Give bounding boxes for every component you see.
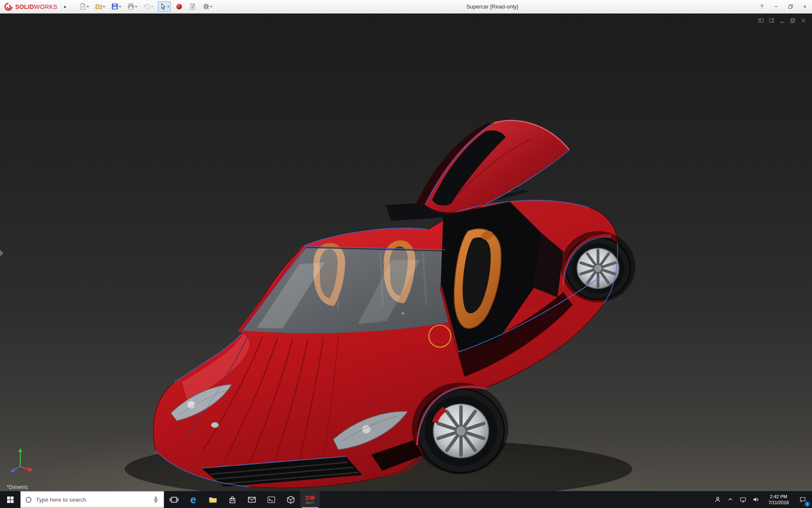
taskbar-app-mail[interactable]	[242, 491, 261, 508]
task-view-icon	[170, 495, 178, 504]
dropdown-caret[interactable]: ▾	[103, 5, 105, 8]
help-button[interactable]: ?	[754, 0, 769, 13]
brand-solid: SOLID	[15, 3, 34, 10]
y-axis-arrow	[18, 448, 22, 452]
start-button[interactable]	[0, 491, 20, 508]
close-button[interactable]: ×	[798, 0, 812, 13]
taskbar-app-store[interactable]	[222, 491, 242, 508]
cortana-icon	[25, 496, 32, 503]
taskbar-app-file-explorer[interactable]	[203, 491, 222, 508]
hidden-icons-button[interactable]	[724, 491, 737, 508]
car-body[interactable]	[153, 200, 617, 488]
open-button[interactable]: ▾	[93, 1, 107, 12]
volume-button[interactable]	[749, 491, 762, 508]
speaker-icon	[752, 496, 759, 503]
save-icon	[111, 3, 118, 10]
dropdown-caret[interactable]: ▾	[211, 5, 212, 8]
edge-icon: e	[190, 494, 196, 505]
rebuild-icon	[176, 3, 183, 10]
dropdown-caret[interactable]: ▾	[135, 5, 137, 8]
pane-left-button[interactable]	[758, 18, 764, 23]
action-center-button[interactable]: 3	[795, 491, 810, 508]
select-cursor-icon	[159, 3, 167, 10]
screen: SOLIDWORKS ▸ ▾ ▾	[0, 0, 812, 508]
rebuild-button[interactable]	[174, 1, 184, 12]
front-wheel[interactable]	[418, 389, 504, 473]
z-axis-arrow	[10, 468, 15, 472]
close-document-icon	[801, 18, 806, 23]
system-tray: 2:42 PM 7/11/2018 3	[711, 491, 812, 508]
notification-badge: 3	[804, 501, 810, 507]
solidworks-logo: SOLIDWORKS	[4, 3, 58, 11]
reference-triad	[6, 444, 36, 477]
network-icon	[740, 496, 746, 503]
store-icon	[228, 495, 237, 504]
restore-document-button[interactable]	[790, 18, 796, 23]
supercar-model[interactable]	[0, 14, 812, 491]
pane-right-icon	[769, 18, 774, 23]
select-button[interactable]: ▾	[158, 1, 171, 12]
taskbar-search[interactable]	[20, 491, 164, 508]
file-properties-button[interactable]	[187, 1, 198, 12]
dropdown-caret[interactable]: ▾	[87, 5, 89, 8]
print-icon	[127, 3, 134, 10]
dropdown-caret[interactable]: ▾	[119, 5, 121, 8]
ds-logo-icon	[4, 3, 13, 11]
taskbar-app-edge[interactable]: e	[184, 491, 203, 508]
brand-works: WORKS	[34, 3, 58, 10]
microphone-icon[interactable]	[152, 496, 159, 503]
document-title: Supercar [Read-only]	[466, 0, 518, 13]
windows-logo-icon	[7, 496, 14, 503]
restore-icon	[788, 4, 793, 9]
minimize-button[interactable]: −	[769, 0, 783, 13]
x-axis-arrow	[28, 467, 33, 471]
restore-document-icon	[790, 18, 796, 23]
taskbar: e	[0, 491, 812, 508]
options-button[interactable]: ▾	[201, 1, 214, 12]
window-controls: ? − ×	[754, 0, 812, 13]
minimize-document-button[interactable]	[779, 18, 785, 23]
close-document-button[interactable]	[801, 18, 806, 23]
document-window-controls	[758, 18, 806, 23]
new-document-icon	[79, 3, 86, 10]
clock-time: 2:42 PM	[770, 494, 787, 500]
dropdown-caret[interactable]: ▾	[167, 5, 169, 8]
restore-button[interactable]	[783, 0, 798, 13]
view-orientation-label: *Dimetric	[7, 484, 28, 490]
rear-wheel[interactable]	[566, 237, 630, 299]
gear-icon	[203, 3, 210, 10]
open-folder-icon	[95, 3, 102, 10]
people-button[interactable]	[711, 491, 724, 508]
pane-right-button[interactable]	[769, 18, 774, 23]
titlebar: SOLIDWORKS ▸ ▾ ▾	[0, 0, 812, 14]
undo-icon	[143, 3, 151, 10]
network-button[interactable]	[737, 491, 749, 508]
menu-expand-button[interactable]: ▸	[64, 5, 66, 9]
graphics-area[interactable]: *Dimetric	[0, 14, 812, 491]
search-input[interactable]	[36, 497, 148, 503]
taskbar-app-solidworks[interactable]: SW 2017	[300, 491, 320, 508]
console-icon	[267, 495, 276, 504]
print-button[interactable]: ▾	[126, 1, 139, 12]
people-icon	[714, 496, 721, 503]
task-view-button[interactable]	[164, 491, 184, 508]
taskbar-clock[interactable]: 2:42 PM 7/11/2018	[762, 491, 795, 508]
file-properties-icon	[189, 3, 196, 10]
chevron-up-icon	[727, 496, 734, 503]
pane-left-icon	[758, 18, 764, 23]
taskbar-app-3d-viewer[interactable]	[281, 491, 300, 508]
undo-button[interactable]: ▾	[142, 1, 155, 12]
featuremanager-flyout-arrow[interactable]	[0, 250, 3, 257]
save-button[interactable]: ▾	[110, 1, 123, 12]
file-explorer-icon	[208, 495, 217, 504]
solidworks-icon: SW 2017	[305, 495, 315, 504]
brand-text: SOLIDWORKS	[15, 3, 58, 10]
clock-date: 7/11/2018	[768, 500, 789, 505]
nose-badge	[211, 422, 219, 428]
new-document-button[interactable]: ▾	[77, 1, 91, 12]
mail-icon	[247, 495, 256, 504]
dropdown-caret[interactable]: ▾	[151, 5, 153, 8]
minimize-document-icon	[779, 18, 785, 23]
quick-access-toolbar: ▾ ▾ ▾	[77, 1, 214, 12]
taskbar-app-console[interactable]	[261, 491, 281, 508]
